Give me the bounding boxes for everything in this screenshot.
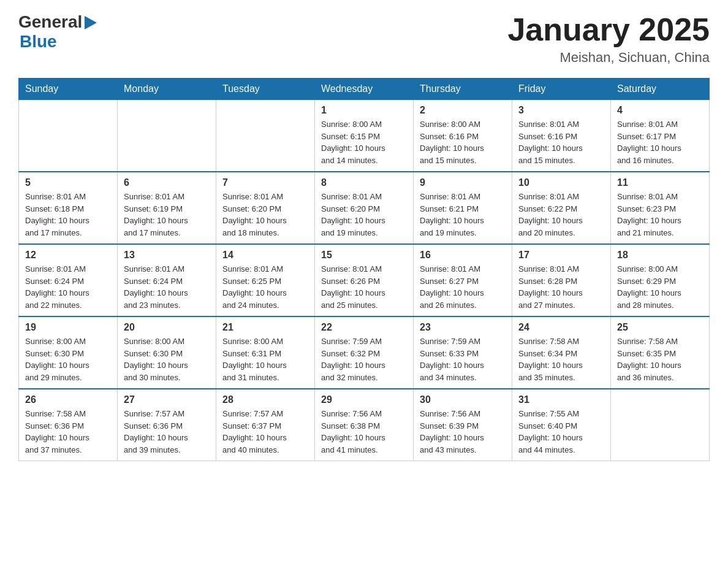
day-number: 26 <box>25 394 111 405</box>
day-number: 5 <box>25 177 111 188</box>
logo-blue-text: Blue <box>20 32 57 51</box>
weekday-header-tuesday: Tuesday <box>216 79 315 100</box>
weekday-header-thursday: Thursday <box>414 79 512 100</box>
calendar-cell: 23Sunrise: 7:59 AMSunset: 6:33 PMDayligh… <box>414 316 512 389</box>
day-number: 29 <box>321 394 407 405</box>
day-info: Sunrise: 7:58 AMSunset: 6:34 PMDaylight:… <box>518 335 604 383</box>
calendar-cell: 30Sunrise: 7:56 AMSunset: 6:39 PMDayligh… <box>414 389 512 461</box>
day-info: Sunrise: 8:01 AMSunset: 6:17 PMDaylight:… <box>617 118 703 166</box>
logo-general-text: General <box>18 12 82 32</box>
calendar-week-1: 1Sunrise: 8:00 AMSunset: 6:15 PMDaylight… <box>19 100 710 172</box>
calendar-header: SundayMondayTuesdayWednesdayThursdayFrid… <box>19 79 710 100</box>
weekday-header-saturday: Saturday <box>611 79 710 100</box>
day-info: Sunrise: 7:59 AMSunset: 6:33 PMDaylight:… <box>420 335 506 383</box>
day-number: 1 <box>321 105 407 116</box>
day-info: Sunrise: 7:55 AMSunset: 6:40 PMDaylight:… <box>518 408 604 456</box>
day-info: Sunrise: 8:01 AMSunset: 6:21 PMDaylight:… <box>420 191 506 239</box>
calendar-cell: 6Sunrise: 8:01 AMSunset: 6:19 PMDaylight… <box>118 172 216 244</box>
calendar-cell: 18Sunrise: 8:00 AMSunset: 6:29 PMDayligh… <box>611 244 710 316</box>
day-info: Sunrise: 7:58 AMSunset: 6:36 PMDaylight:… <box>25 408 111 456</box>
day-number: 13 <box>124 250 210 261</box>
calendar-cell <box>611 389 710 461</box>
month-title: January 2025 <box>507 12 710 47</box>
day-number: 15 <box>321 250 407 261</box>
calendar-cell: 13Sunrise: 8:01 AMSunset: 6:24 PMDayligh… <box>118 244 216 316</box>
day-number: 12 <box>25 250 111 261</box>
day-number: 31 <box>518 394 604 405</box>
calendar-week-2: 5Sunrise: 8:01 AMSunset: 6:18 PMDaylight… <box>19 172 710 244</box>
day-number: 20 <box>124 322 210 333</box>
day-number: 8 <box>321 177 407 188</box>
day-number: 17 <box>518 250 604 261</box>
day-number: 24 <box>518 322 604 333</box>
day-number: 19 <box>25 322 111 333</box>
calendar-cell: 28Sunrise: 7:57 AMSunset: 6:37 PMDayligh… <box>216 389 315 461</box>
calendar-cell: 2Sunrise: 8:00 AMSunset: 6:16 PMDaylight… <box>414 100 512 172</box>
day-info: Sunrise: 7:56 AMSunset: 6:38 PMDaylight:… <box>321 408 407 456</box>
day-number: 27 <box>124 394 210 405</box>
day-number: 16 <box>420 250 506 261</box>
day-info: Sunrise: 7:58 AMSunset: 6:35 PMDaylight:… <box>617 335 703 383</box>
calendar-cell <box>19 100 118 172</box>
calendar-cell: 5Sunrise: 8:01 AMSunset: 6:18 PMDaylight… <box>19 172 118 244</box>
day-number: 9 <box>420 177 506 188</box>
day-info: Sunrise: 8:01 AMSunset: 6:27 PMDaylight:… <box>420 263 506 311</box>
title-block: January 2025 Meishan, Sichuan, China <box>507 12 710 66</box>
day-info: Sunrise: 8:01 AMSunset: 6:18 PMDaylight:… <box>25 191 111 239</box>
day-info: Sunrise: 8:00 AMSunset: 6:15 PMDaylight:… <box>321 118 407 166</box>
calendar-cell: 22Sunrise: 7:59 AMSunset: 6:32 PMDayligh… <box>315 316 414 389</box>
svg-marker-0 <box>85 16 97 29</box>
day-number: 14 <box>222 250 308 261</box>
day-info: Sunrise: 8:00 AMSunset: 6:30 PMDaylight:… <box>124 335 210 383</box>
calendar-cell: 10Sunrise: 8:01 AMSunset: 6:22 PMDayligh… <box>512 172 611 244</box>
day-info: Sunrise: 8:00 AMSunset: 6:31 PMDaylight:… <box>222 335 308 383</box>
calendar-cell: 19Sunrise: 8:00 AMSunset: 6:30 PMDayligh… <box>19 316 118 389</box>
calendar-cell: 12Sunrise: 8:01 AMSunset: 6:24 PMDayligh… <box>19 244 118 316</box>
calendar-cell: 29Sunrise: 7:56 AMSunset: 6:38 PMDayligh… <box>315 389 414 461</box>
calendar-cell: 16Sunrise: 8:01 AMSunset: 6:27 PMDayligh… <box>414 244 512 316</box>
calendar-cell: 3Sunrise: 8:01 AMSunset: 6:16 PMDaylight… <box>512 100 611 172</box>
day-info: Sunrise: 8:01 AMSunset: 6:28 PMDaylight:… <box>518 263 604 311</box>
day-info: Sunrise: 8:01 AMSunset: 6:20 PMDaylight:… <box>321 191 407 239</box>
calendar-cell: 11Sunrise: 8:01 AMSunset: 6:23 PMDayligh… <box>611 172 710 244</box>
day-number: 2 <box>420 105 506 116</box>
day-info: Sunrise: 8:01 AMSunset: 6:26 PMDaylight:… <box>321 263 407 311</box>
weekday-header-friday: Friday <box>512 79 611 100</box>
calendar-body: 1Sunrise: 8:00 AMSunset: 6:15 PMDaylight… <box>19 100 710 461</box>
calendar-cell: 17Sunrise: 8:01 AMSunset: 6:28 PMDayligh… <box>512 244 611 316</box>
calendar-cell: 20Sunrise: 8:00 AMSunset: 6:30 PMDayligh… <box>118 316 216 389</box>
day-number: 10 <box>518 177 604 188</box>
calendar-cell: 14Sunrise: 8:01 AMSunset: 6:25 PMDayligh… <box>216 244 315 316</box>
day-info: Sunrise: 8:01 AMSunset: 6:20 PMDaylight:… <box>222 191 308 239</box>
day-info: Sunrise: 7:57 AMSunset: 6:36 PMDaylight:… <box>124 408 210 456</box>
calendar-cell: 9Sunrise: 8:01 AMSunset: 6:21 PMDaylight… <box>414 172 512 244</box>
calendar-week-3: 12Sunrise: 8:01 AMSunset: 6:24 PMDayligh… <box>19 244 710 316</box>
day-info: Sunrise: 7:59 AMSunset: 6:32 PMDaylight:… <box>321 335 407 383</box>
location-text: Meishan, Sichuan, China <box>507 50 710 66</box>
weekday-header-monday: Monday <box>118 79 216 100</box>
calendar-table: SundayMondayTuesdayWednesdayThursdayFrid… <box>18 78 710 461</box>
day-info: Sunrise: 8:00 AMSunset: 6:30 PMDaylight:… <box>25 335 111 383</box>
day-info: Sunrise: 8:01 AMSunset: 6:22 PMDaylight:… <box>518 191 604 239</box>
day-number: 30 <box>420 394 506 405</box>
weekday-header-row: SundayMondayTuesdayWednesdayThursdayFrid… <box>19 79 710 100</box>
weekday-header-sunday: Sunday <box>19 79 118 100</box>
day-info: Sunrise: 7:56 AMSunset: 6:39 PMDaylight:… <box>420 408 506 456</box>
day-number: 7 <box>222 177 308 188</box>
day-info: Sunrise: 8:01 AMSunset: 6:23 PMDaylight:… <box>617 191 703 239</box>
day-number: 6 <box>124 177 210 188</box>
logo: General Blue <box>18 12 97 52</box>
calendar-cell: 27Sunrise: 7:57 AMSunset: 6:36 PMDayligh… <box>118 389 216 461</box>
day-number: 28 <box>222 394 308 405</box>
calendar-cell: 1Sunrise: 8:00 AMSunset: 6:15 PMDaylight… <box>315 100 414 172</box>
calendar-cell <box>118 100 216 172</box>
day-info: Sunrise: 8:01 AMSunset: 6:24 PMDaylight:… <box>25 263 111 311</box>
day-info: Sunrise: 7:57 AMSunset: 6:37 PMDaylight:… <box>222 408 308 456</box>
day-number: 21 <box>222 322 308 333</box>
calendar-cell: 15Sunrise: 8:01 AMSunset: 6:26 PMDayligh… <box>315 244 414 316</box>
day-info: Sunrise: 8:01 AMSunset: 6:25 PMDaylight:… <box>222 263 308 311</box>
logo-arrow-icon <box>85 16 97 29</box>
calendar-cell: 25Sunrise: 7:58 AMSunset: 6:35 PMDayligh… <box>611 316 710 389</box>
calendar-week-4: 19Sunrise: 8:00 AMSunset: 6:30 PMDayligh… <box>19 316 710 389</box>
calendar-week-5: 26Sunrise: 7:58 AMSunset: 6:36 PMDayligh… <box>19 389 710 461</box>
